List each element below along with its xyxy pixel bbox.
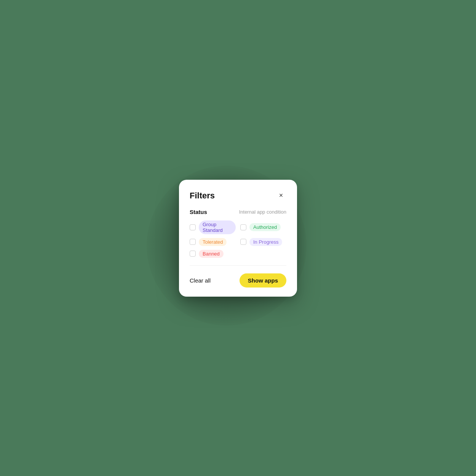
filter-item-banned[interactable]: Banned xyxy=(190,250,236,258)
filter-item-authorized[interactable]: Authorized xyxy=(240,220,286,234)
checkbox-banned[interactable] xyxy=(190,251,196,257)
checkbox-in-progress[interactable] xyxy=(240,239,246,245)
badge-group-standard: Group Standard xyxy=(199,220,236,234)
status-label: Status xyxy=(190,209,207,215)
show-apps-button[interactable]: Show apps xyxy=(240,273,286,288)
badge-banned: Banned xyxy=(199,250,224,258)
badge-in-progress: In Progress xyxy=(249,238,282,246)
status-header: Status Internal app condition xyxy=(190,209,286,215)
badge-tolerated: Tolerated xyxy=(199,238,227,246)
close-button[interactable]: × xyxy=(276,190,286,201)
divider xyxy=(190,265,286,266)
checkbox-group-standard[interactable] xyxy=(190,224,196,230)
modal-footer: Clear all Show apps xyxy=(190,273,286,288)
clear-all-button[interactable]: Clear all xyxy=(190,276,211,285)
checkbox-authorized[interactable] xyxy=(240,224,246,230)
modal-header: Filters × xyxy=(190,190,286,201)
status-section: Status Internal app condition Group Stan… xyxy=(190,209,286,258)
filters-grid: Group Standard Authorized Tolerated In P… xyxy=(190,220,286,258)
checkbox-tolerated[interactable] xyxy=(190,239,196,245)
filter-item-group-standard[interactable]: Group Standard xyxy=(190,220,236,234)
badge-authorized: Authorized xyxy=(249,223,281,231)
filter-item-tolerated[interactable]: Tolerated xyxy=(190,238,236,246)
filters-modal: Filters × Status Internal app condition … xyxy=(179,180,297,297)
modal-title: Filters xyxy=(190,191,215,201)
filter-item-in-progress[interactable]: In Progress xyxy=(240,238,286,246)
internal-app-condition-label: Internal app condition xyxy=(239,209,286,215)
